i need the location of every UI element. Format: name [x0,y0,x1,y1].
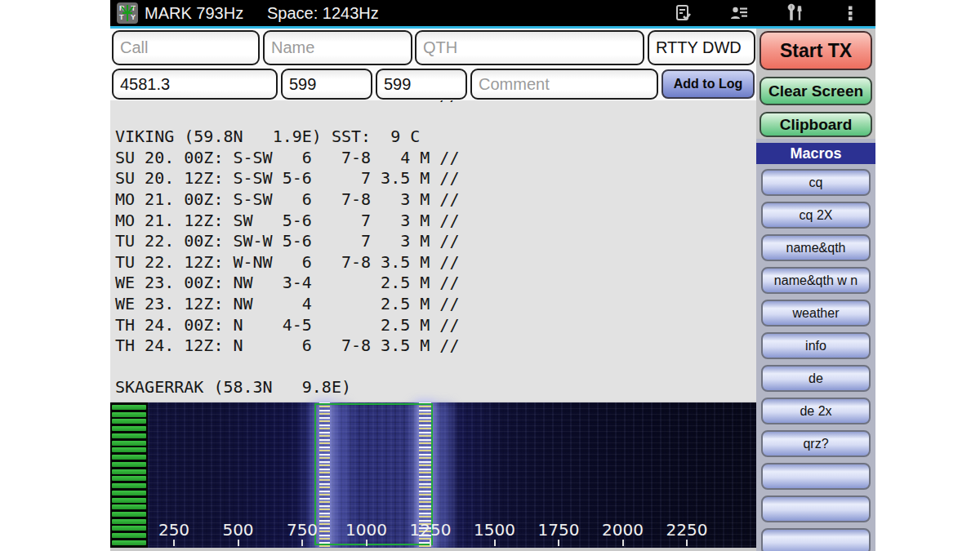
signal-meter-segment [112,455,146,460]
signal-meter-segment [112,476,146,481]
macro-button-info[interactable]: info [761,332,871,359]
freq-label: 250 [158,520,189,540]
freq-tick [366,540,368,546]
macros-header: Macros [756,143,875,164]
rst-sent-input[interactable] [281,69,372,100]
rx-terminal[interactable]: TH 24. 12Z: N 6 7-8 3.5 M //VIKING (59.8… [110,100,756,401]
add-to-log-button[interactable]: Add to Log [662,69,755,99]
signal-meter-segment [112,462,146,467]
rx-line: TH 24. 12Z: N 6 7-8 3.5 M // [115,335,756,357]
rtty-app-window: R T T Y MARK 793Hz Space: 1243Hz [110,0,875,551]
macro-button-de[interactable]: de [761,365,871,392]
rx-line: SU 20. 00Z: S-SW 6 7-8 4 M // [115,148,756,169]
freq-tick [558,540,559,546]
rst-rcvd-input[interactable] [376,69,467,100]
freq-tick [622,540,624,546]
macro-button-de-2x[interactable]: de 2x [761,398,871,424]
signal-meter-segment [112,491,146,495]
freq-label: 500 [222,520,253,540]
frequency-input[interactable] [112,69,278,100]
signal-meter-segment [112,519,146,524]
rx-text: TH 24. 12Z: N 6 7-8 3.5 M //VIKING (59.8… [110,100,756,398]
mark-frequency-readout: MARK 793Hz [145,4,243,23]
name-input[interactable] [263,30,412,65]
action-bar: R T T Y MARK 793Hz Space: 1243Hz [110,0,875,26]
signal-meter-segment [112,540,146,545]
rx-line: TU 22. 12Z: W-NW 6 7-8 3.5 M // [115,252,756,273]
macro-list: cqcq 2Xname&qthname&qth w nweatherinfode… [761,169,871,551]
macro-button-empty[interactable] [761,463,871,490]
signal-meter-segment [112,441,146,446]
macro-button-cq[interactable]: cq [761,169,871,196]
contact-log-icon[interactable] [728,2,750,24]
start-tx-button[interactable]: Start TX [760,31,872,70]
logo-tuning-fork-icon [117,2,138,24]
rx-line: VIKING (59.8N 1.9E) SST: 9 C [115,127,756,148]
signal-meter-segment [112,498,146,503]
freq-label: 1000 [345,520,387,540]
rx-line: SU 20. 12Z: S-SW 5-6 7 3.5 M // [115,168,756,189]
freq-label: 750 [287,520,318,540]
freq-label: 2000 [602,520,644,540]
macro-button-qrz-[interactable]: qrz? [761,430,871,457]
rx-line: WE 23. 12Z: NW 4 2.5 M // [115,294,756,315]
signal-meter-segment [112,483,146,488]
freq-tick [301,540,303,546]
overflow-menu-icon[interactable] [840,2,861,24]
macro-button-weather[interactable]: weather [761,300,871,327]
freq-label: 2250 [666,520,708,540]
signal-meter-segment [112,533,146,538]
macro-button-name-qth[interactable]: name&qth [761,234,871,261]
qth-input[interactable] [415,30,644,65]
freq-label: 1500 [474,520,515,540]
signal-meter-segment [112,405,146,410]
macro-button-empty[interactable] [761,495,871,522]
bottom-edge [110,548,756,551]
macro-button-cq-2X[interactable]: cq 2X [761,202,871,229]
freq-tick [173,540,175,546]
waterfall[interactable]: 250500750100012501500175020002250 [110,401,756,548]
signal-meter-segment [112,512,146,517]
rx-line [115,106,756,127]
rx-line [115,357,756,378]
screen: R T T Y MARK 793Hz Space: 1243Hz [0,0,980,551]
signal-meter-segment [112,412,146,417]
freq-tick [686,540,688,546]
signal-meter-segment [112,504,146,509]
freq-label: 1750 [538,520,580,540]
rx-line: SKAGERRAK (58.3N 9.8E) [115,377,756,398]
signal-meter-segment [112,426,146,431]
signal-meter-segment [112,433,146,438]
rx-line: MO 21. 12Z: SW 5-6 7 3 M // [115,211,756,232]
rx-line: TH 24. 00Z: N 4-5 2.5 M // [115,315,756,336]
signal-meter-segment [112,419,146,424]
clear-screen-button[interactable]: Clear Screen [760,77,872,105]
signal-meter [110,402,148,548]
signal-meter-segment [112,526,146,531]
freq-tick [238,540,239,546]
macro-button-empty[interactable] [761,528,871,551]
macro-button-name-qth-w-n[interactable]: name&qth w n [761,267,871,294]
call-input[interactable] [112,30,260,65]
app-logo-icon: R T T Y [117,2,138,24]
rx-line: WE 23. 00Z: NW 3-4 2.5 M // [115,273,756,294]
log-form: RTTY DWD Add to Log [110,29,756,100]
action-bar-icons [673,2,861,24]
tools-icon[interactable] [784,2,805,24]
signal-meter-segment [112,447,146,452]
signal-meter-segment [112,469,146,474]
mode-select[interactable]: RTTY DWD [648,30,755,65]
space-frequency-readout: Space: 1243Hz [267,4,379,23]
macros-panel: Macros cqcq 2Xname&qthname&qth w nweathe… [756,139,875,551]
comment-input[interactable] [470,69,658,100]
freq-label: 1250 [410,520,452,540]
rx-line: TU 22. 00Z: SW-W 5-6 7 3 M // [115,231,756,252]
right-panel: Start TX Clear Screen Clipboard Macros c… [756,29,875,551]
clipboard-button[interactable]: Clipboard [760,112,872,137]
freq-tick [494,540,496,546]
rx-line: TH 24. 12Z: N 6 7-8 3.5 M // [115,100,756,106]
rx-line: MO 21. 00Z: S-SW 6 7-8 3 M // [115,189,756,211]
log-note-icon[interactable] [673,2,694,24]
freq-tick [430,540,431,546]
